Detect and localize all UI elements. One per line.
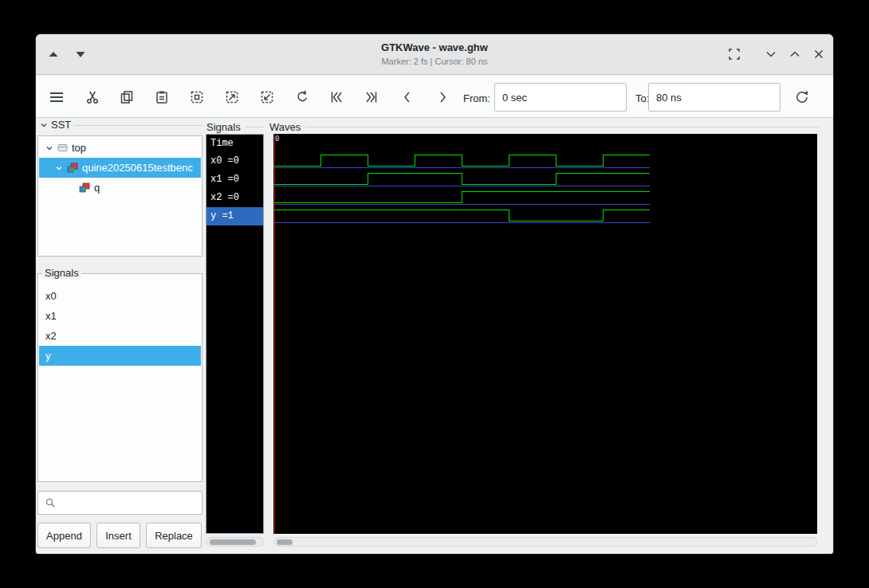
signal-list-hscroll-thumb[interactable] bbox=[210, 539, 256, 545]
wave-canvas[interactable] bbox=[273, 134, 817, 534]
zoom-fit-button[interactable] bbox=[189, 89, 205, 105]
undo-icon bbox=[294, 89, 310, 105]
facs-frame-label: Signals bbox=[42, 267, 81, 279]
chevron-up-icon bbox=[787, 46, 803, 62]
waves-frame-label: Waves bbox=[267, 121, 303, 133]
step-back-button[interactable] bbox=[399, 89, 415, 105]
paste-button[interactable] bbox=[154, 89, 170, 105]
module-icon bbox=[57, 143, 68, 153]
replace-button[interactable]: Replace bbox=[146, 523, 202, 548]
hamburger-menu-icon bbox=[49, 89, 65, 105]
step-forward-button[interactable] bbox=[434, 89, 450, 105]
expander-chevron-icon[interactable] bbox=[45, 144, 53, 152]
copy-icon bbox=[119, 89, 135, 105]
facs-list: x0 x1 x2 y bbox=[37, 273, 203, 482]
menu-button[interactable] bbox=[49, 89, 65, 105]
toolbar: From: 0 sec To: 80 ns bbox=[36, 76, 833, 118]
maximize-button[interactable] bbox=[787, 46, 803, 62]
waves-hscrollbar[interactable] bbox=[273, 537, 817, 547]
close-button[interactable] bbox=[811, 46, 827, 62]
list-item-x0[interactable]: x0 bbox=[39, 286, 201, 306]
window-subtitle: Marker: 2 fs | Cursor: 80 ns bbox=[36, 57, 833, 66]
step-forward-icon bbox=[434, 89, 450, 105]
timescale-origin-label: 0 bbox=[275, 135, 279, 143]
skip-to-start-icon bbox=[328, 89, 344, 105]
sst-frame-label[interactable]: SST bbox=[37, 119, 73, 131]
component-icon bbox=[67, 163, 78, 173]
skip-to-start-button[interactable] bbox=[328, 89, 344, 105]
zoom-out-icon bbox=[259, 89, 275, 105]
main-area: SST top quine20250615testbenc bbox=[36, 118, 833, 554]
zoom-out-button[interactable] bbox=[259, 89, 275, 105]
paste-icon bbox=[154, 89, 170, 105]
search-icon bbox=[45, 497, 56, 508]
fit-screen-button[interactable] bbox=[726, 46, 742, 62]
signal-row-y[interactable]: y =1 bbox=[206, 207, 263, 225]
tree-item-label: top bbox=[72, 142, 86, 154]
append-button[interactable]: Append bbox=[37, 523, 91, 548]
tree-item-testbench[interactable]: quine20250615testbenc bbox=[39, 158, 201, 178]
copy-button[interactable] bbox=[119, 89, 135, 105]
waves-hscroll-thumb[interactable] bbox=[277, 539, 293, 545]
signal-list-frame-line bbox=[245, 127, 264, 127]
signal-list-frame-label-text: Signals bbox=[206, 121, 241, 133]
fit-screen-icon bbox=[726, 46, 742, 62]
from-label: From: bbox=[463, 92, 490, 104]
cut-button[interactable] bbox=[85, 89, 100, 105]
from-input[interactable]: 0 sec bbox=[494, 83, 627, 112]
skip-to-end-button[interactable] bbox=[364, 89, 379, 105]
tree-item-top[interactable]: top bbox=[39, 138, 201, 158]
cut-icon bbox=[85, 89, 100, 105]
titlebar[interactable]: GTKWave - wave.ghw Marker: 2 fs | Cursor… bbox=[36, 34, 833, 75]
list-item-x2[interactable]: x2 bbox=[39, 326, 201, 346]
insert-button[interactable]: Insert bbox=[96, 523, 140, 548]
list-item-x1[interactable]: x1 bbox=[39, 306, 201, 326]
zoom-in-icon bbox=[224, 89, 240, 105]
component-icon bbox=[79, 182, 90, 193]
undo-button[interactable] bbox=[294, 89, 310, 105]
tree-item-q[interactable]: q bbox=[39, 178, 201, 198]
zoom-fit-icon bbox=[189, 89, 205, 105]
reload-button[interactable] bbox=[794, 89, 810, 105]
facs-frame-label-text: Signals bbox=[45, 267, 79, 279]
time-header[interactable]: Time bbox=[206, 135, 263, 152]
skip-to-end-icon bbox=[364, 89, 379, 105]
window-title: GTKWave - wave.ghw bbox=[36, 41, 833, 53]
search-input[interactable] bbox=[37, 491, 203, 515]
zoom-in-button[interactable] bbox=[224, 89, 240, 105]
expander-chevron-icon[interactable] bbox=[55, 164, 63, 172]
signal-row-x2[interactable]: x2 =0 bbox=[206, 189, 263, 207]
reload-icon bbox=[794, 89, 810, 105]
sst-tree: top quine20250615testbenc q bbox=[37, 135, 203, 257]
wave-panel[interactable]: 0 bbox=[273, 134, 817, 534]
signal-list-hscrollbar[interactable] bbox=[206, 537, 264, 547]
list-item-y[interactable]: y bbox=[39, 346, 201, 366]
signal-row-x0[interactable]: x0 =0 bbox=[206, 152, 263, 171]
waves-frame-label-text: Waves bbox=[269, 121, 301, 133]
signal-row-x1[interactable]: x1 =0 bbox=[206, 171, 263, 189]
sst-frame-label-text: SST bbox=[51, 119, 71, 131]
waves-frame-line bbox=[305, 127, 820, 127]
chevron-down-icon bbox=[763, 46, 779, 62]
to-input[interactable]: 80 ns bbox=[648, 83, 781, 112]
signal-list-frame-label: Signals bbox=[204, 121, 243, 133]
tree-item-label: q bbox=[94, 182, 100, 194]
sst-frame-line bbox=[74, 125, 203, 126]
shade-button[interactable] bbox=[763, 46, 779, 62]
tree-item-label: quine20250615testbenc bbox=[82, 162, 193, 174]
close-icon bbox=[811, 46, 827, 62]
gtkwave-window: GTKWave - wave.ghw Marker: 2 fs | Cursor… bbox=[36, 34, 833, 554]
to-label: To: bbox=[635, 92, 649, 104]
signal-name-list: Time x0 =0 x1 =0 x2 =0 y =1 bbox=[206, 134, 264, 534]
expander-chevron-icon bbox=[40, 121, 48, 129]
step-back-icon bbox=[399, 89, 415, 105]
